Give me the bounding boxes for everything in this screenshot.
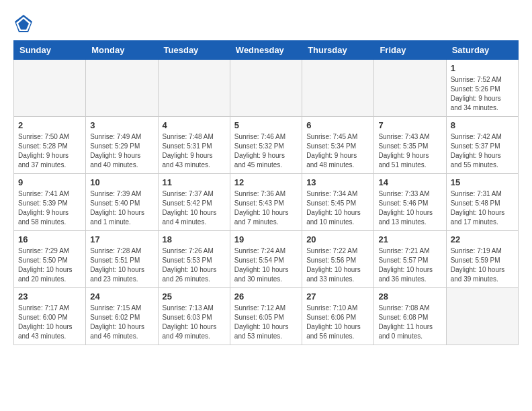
day-info: Sunrise: 7:33 AM Sunset: 5:46 PM Dayligh… <box>378 189 441 227</box>
day-number: 15 <box>451 177 514 187</box>
logo <box>13 13 36 34</box>
calendar-day-cell: 28Sunrise: 7:08 AM Sunset: 6:08 PM Dayli… <box>374 288 446 345</box>
day-number: 5 <box>234 120 298 130</box>
calendar-week-row: 1Sunrise: 7:52 AM Sunset: 5:26 PM Daylig… <box>14 60 519 117</box>
calendar-day-cell: 25Sunrise: 7:13 AM Sunset: 6:03 PM Dayli… <box>158 288 230 345</box>
day-info: Sunrise: 7:52 AM Sunset: 5:26 PM Dayligh… <box>451 75 514 113</box>
calendar-day-cell: 12Sunrise: 7:36 AM Sunset: 5:43 PM Dayli… <box>230 174 302 231</box>
calendar-day-cell: 4Sunrise: 7:48 AM Sunset: 5:31 PM Daylig… <box>158 117 230 174</box>
day-info: Sunrise: 7:36 AM Sunset: 5:43 PM Dayligh… <box>234 189 298 227</box>
weekday-header: Monday <box>86 41 158 60</box>
day-number: 21 <box>378 234 441 244</box>
day-number: 25 <box>163 291 226 302</box>
weekday-header: Friday <box>374 41 446 60</box>
calendar-day-cell: 18Sunrise: 7:26 AM Sunset: 5:53 PM Dayli… <box>158 231 230 288</box>
day-info: Sunrise: 7:19 AM Sunset: 5:59 PM Dayligh… <box>451 246 514 284</box>
calendar-day-cell: 26Sunrise: 7:12 AM Sunset: 6:05 PM Dayli… <box>230 288 302 345</box>
day-number: 7 <box>378 120 441 130</box>
day-info: Sunrise: 7:26 AM Sunset: 5:53 PM Dayligh… <box>163 246 226 284</box>
day-number: 23 <box>18 291 81 302</box>
day-number: 3 <box>90 120 153 130</box>
calendar-day-cell <box>158 60 230 117</box>
day-number: 18 <box>163 234 226 244</box>
calendar-day-cell: 24Sunrise: 7:15 AM Sunset: 6:02 PM Dayli… <box>86 288 158 345</box>
day-number: 12 <box>234 177 298 187</box>
weekday-header: Sunday <box>14 41 86 60</box>
day-number: 27 <box>306 291 369 302</box>
calendar-day-cell: 10Sunrise: 7:39 AM Sunset: 5:40 PM Dayli… <box>86 174 158 231</box>
day-info: Sunrise: 7:13 AM Sunset: 6:03 PM Dayligh… <box>163 304 226 341</box>
day-number: 16 <box>18 234 81 244</box>
calendar-day-cell: 3Sunrise: 7:49 AM Sunset: 5:29 PM Daylig… <box>86 117 158 174</box>
day-number: 1 <box>451 63 514 73</box>
calendar-day-cell: 2Sunrise: 7:50 AM Sunset: 5:28 PM Daylig… <box>14 117 86 174</box>
day-info: Sunrise: 7:37 AM Sunset: 5:42 PM Dayligh… <box>163 189 226 227</box>
calendar-day-cell: 1Sunrise: 7:52 AM Sunset: 5:26 PM Daylig… <box>446 60 518 117</box>
day-number: 28 <box>378 291 441 302</box>
calendar-day-cell: 23Sunrise: 7:17 AM Sunset: 6:00 PM Dayli… <box>14 288 86 345</box>
calendar-day-cell: 9Sunrise: 7:41 AM Sunset: 5:39 PM Daylig… <box>14 174 86 231</box>
day-number: 9 <box>18 177 81 187</box>
calendar-day-cell <box>14 60 86 117</box>
day-number: 13 <box>306 177 369 187</box>
calendar-day-cell <box>230 60 302 117</box>
day-info: Sunrise: 7:46 AM Sunset: 5:32 PM Dayligh… <box>234 132 298 170</box>
calendar-day-cell: 20Sunrise: 7:22 AM Sunset: 5:56 PM Dayli… <box>302 231 374 288</box>
calendar-day-cell: 27Sunrise: 7:10 AM Sunset: 6:06 PM Dayli… <box>302 288 374 345</box>
day-number: 11 <box>163 177 226 187</box>
day-info: Sunrise: 7:17 AM Sunset: 6:00 PM Dayligh… <box>18 304 81 341</box>
day-info: Sunrise: 7:08 AM Sunset: 6:08 PM Dayligh… <box>378 304 441 341</box>
calendar-week-row: 16Sunrise: 7:29 AM Sunset: 5:50 PM Dayli… <box>14 231 519 288</box>
weekday-header: Wednesday <box>230 41 302 60</box>
day-info: Sunrise: 7:28 AM Sunset: 5:51 PM Dayligh… <box>90 246 153 284</box>
calendar-day-cell: 11Sunrise: 7:37 AM Sunset: 5:42 PM Dayli… <box>158 174 230 231</box>
day-number: 17 <box>90 234 153 244</box>
day-info: Sunrise: 7:48 AM Sunset: 5:31 PM Dayligh… <box>163 132 226 170</box>
weekday-header: Saturday <box>446 41 518 60</box>
day-number: 8 <box>451 120 514 130</box>
day-info: Sunrise: 7:39 AM Sunset: 5:40 PM Dayligh… <box>90 189 153 227</box>
day-number: 20 <box>306 234 369 244</box>
day-info: Sunrise: 7:49 AM Sunset: 5:29 PM Dayligh… <box>90 132 153 170</box>
weekday-header: Tuesday <box>158 41 230 60</box>
day-info: Sunrise: 7:12 AM Sunset: 6:05 PM Dayligh… <box>234 304 298 341</box>
page-header <box>13 13 519 34</box>
calendar-day-cell: 5Sunrise: 7:46 AM Sunset: 5:32 PM Daylig… <box>230 117 302 174</box>
calendar-day-cell <box>302 60 374 117</box>
weekday-header-row: SundayMondayTuesdayWednesdayThursdayFrid… <box>14 41 519 60</box>
calendar-week-row: 2Sunrise: 7:50 AM Sunset: 5:28 PM Daylig… <box>14 117 519 174</box>
day-info: Sunrise: 7:50 AM Sunset: 5:28 PM Dayligh… <box>18 132 81 170</box>
day-info: Sunrise: 7:34 AM Sunset: 5:45 PM Dayligh… <box>306 189 369 227</box>
calendar-day-cell: 6Sunrise: 7:45 AM Sunset: 5:34 PM Daylig… <box>302 117 374 174</box>
day-info: Sunrise: 7:22 AM Sunset: 5:56 PM Dayligh… <box>306 246 369 284</box>
calendar-week-row: 23Sunrise: 7:17 AM Sunset: 6:00 PM Dayli… <box>14 288 519 345</box>
day-number: 14 <box>378 177 441 187</box>
day-info: Sunrise: 7:29 AM Sunset: 5:50 PM Dayligh… <box>18 246 81 284</box>
calendar-day-cell: 16Sunrise: 7:29 AM Sunset: 5:50 PM Dayli… <box>14 231 86 288</box>
day-info: Sunrise: 7:15 AM Sunset: 6:02 PM Dayligh… <box>90 304 153 341</box>
calendar-week-row: 9Sunrise: 7:41 AM Sunset: 5:39 PM Daylig… <box>14 174 519 231</box>
day-number: 26 <box>234 291 298 302</box>
day-info: Sunrise: 7:10 AM Sunset: 6:06 PM Dayligh… <box>306 304 369 341</box>
day-info: Sunrise: 7:42 AM Sunset: 5:37 PM Dayligh… <box>451 132 514 170</box>
day-number: 19 <box>234 234 298 244</box>
calendar-day-cell: 19Sunrise: 7:24 AM Sunset: 5:54 PM Dayli… <box>230 231 302 288</box>
calendar-day-cell: 14Sunrise: 7:33 AM Sunset: 5:46 PM Dayli… <box>374 174 446 231</box>
calendar-day-cell: 15Sunrise: 7:31 AM Sunset: 5:48 PM Dayli… <box>446 174 518 231</box>
logo-icon <box>13 13 34 34</box>
day-info: Sunrise: 7:43 AM Sunset: 5:35 PM Dayligh… <box>378 132 441 170</box>
calendar-day-cell: 21Sunrise: 7:21 AM Sunset: 5:57 PM Dayli… <box>374 231 446 288</box>
calendar-day-cell: 7Sunrise: 7:43 AM Sunset: 5:35 PM Daylig… <box>374 117 446 174</box>
day-number: 22 <box>451 234 514 244</box>
day-number: 2 <box>18 120 81 130</box>
calendar-day-cell: 17Sunrise: 7:28 AM Sunset: 5:51 PM Dayli… <box>86 231 158 288</box>
calendar-day-cell: 22Sunrise: 7:19 AM Sunset: 5:59 PM Dayli… <box>446 231 518 288</box>
day-number: 4 <box>163 120 226 130</box>
calendar-day-cell: 8Sunrise: 7:42 AM Sunset: 5:37 PM Daylig… <box>446 117 518 174</box>
day-number: 10 <box>90 177 153 187</box>
day-info: Sunrise: 7:45 AM Sunset: 5:34 PM Dayligh… <box>306 132 369 170</box>
day-number: 6 <box>306 120 369 130</box>
day-info: Sunrise: 7:24 AM Sunset: 5:54 PM Dayligh… <box>234 246 298 284</box>
calendar-table: SundayMondayTuesdayWednesdayThursdayFrid… <box>13 40 519 345</box>
day-info: Sunrise: 7:41 AM Sunset: 5:39 PM Dayligh… <box>18 189 81 227</box>
